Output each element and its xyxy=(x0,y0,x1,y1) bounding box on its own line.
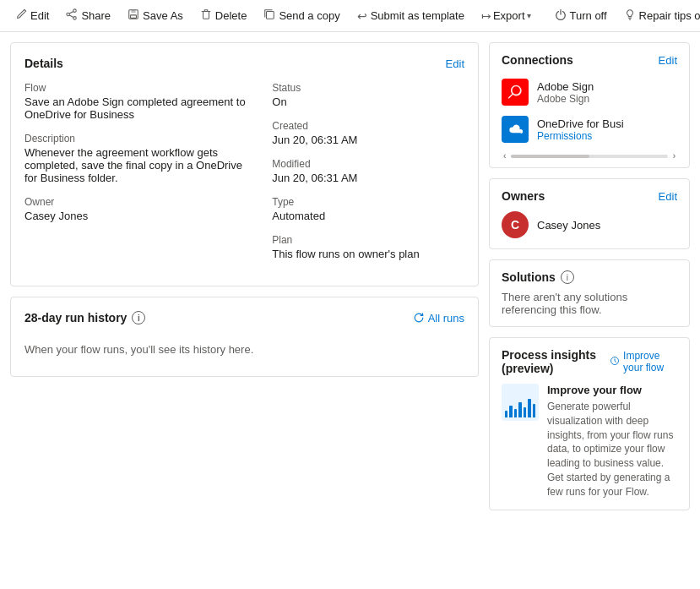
adobe-sign-sub: Adobe Sign xyxy=(537,93,677,105)
svg-rect-6 xyxy=(131,10,135,14)
owners-edit-link[interactable]: Edit xyxy=(659,190,677,203)
plan-value: This flow runs on owner's plan xyxy=(272,248,464,260)
solutions-header: Solutions i xyxy=(502,270,677,284)
modified-section: Modified Jun 20, 06:31 AM xyxy=(272,158,464,184)
repair-tips-icon xyxy=(624,8,636,23)
insights-heading: Improve your flow xyxy=(547,384,677,396)
left-column: Details Edit Flow Save an Adobe Sign com… xyxy=(10,42,479,573)
onedrive-info: OneDrive for Busi Permissions xyxy=(537,117,677,142)
details-header: Details Edit xyxy=(24,57,464,70)
plan-label: Plan xyxy=(272,234,464,246)
run-history-header: 28-day run history i All runs xyxy=(24,311,464,324)
svg-point-0 xyxy=(73,9,77,13)
chart-bar-5 xyxy=(524,407,526,417)
created-label: Created xyxy=(272,120,464,132)
svg-line-3 xyxy=(70,12,74,14)
chart-bar-6 xyxy=(528,399,530,417)
improve-flow-link[interactable]: Improve your flow xyxy=(610,350,677,374)
type-section: Type Automated xyxy=(272,196,464,222)
process-insights-card: Process insights (preview) Improve your … xyxy=(489,337,690,510)
save-as-button[interactable]: Save As xyxy=(121,5,190,26)
insights-title: Process insights (preview) xyxy=(502,348,610,375)
modified-value: Jun 20, 06:31 AM xyxy=(272,172,464,184)
chart-bar-3 xyxy=(514,409,517,417)
connections-scrollbar: ‹ › xyxy=(490,148,689,167)
details-title: Details xyxy=(24,57,63,70)
scroll-left-arrow[interactable]: ‹ xyxy=(502,151,507,161)
submit-template-button[interactable]: ↩ Submit as template xyxy=(350,6,471,26)
onedrive-name: OneDrive for Busi xyxy=(537,117,677,130)
flow-section: Flow Save an Adobe Sign completed agreem… xyxy=(24,82,255,121)
adobe-sign-name: Adobe Sign xyxy=(537,80,677,93)
run-history-title: 28-day run history i xyxy=(24,311,145,324)
flow-value: Save an Adobe Sign completed agreement t… xyxy=(24,95,255,121)
run-history-info-icon[interactable]: i xyxy=(132,311,145,324)
chart-bar-4 xyxy=(518,402,521,417)
repair-tips-button[interactable]: Repair tips off xyxy=(617,5,700,26)
solutions-card: Solutions i There aren't any solutions r… xyxy=(489,259,690,327)
flow-label: Flow xyxy=(24,82,255,94)
insights-description: Generate powerful visualization with dee… xyxy=(547,400,677,499)
delete-button[interactable]: Delete xyxy=(193,5,254,26)
scroll-thumb xyxy=(511,155,589,158)
svg-line-4 xyxy=(70,15,74,17)
adobe-sign-icon xyxy=(502,79,529,106)
description-label: Description xyxy=(24,133,255,145)
details-body: Flow Save an Adobe Sign completed agreem… xyxy=(24,82,464,272)
connection-onedrive: OneDrive for Busi Permissions xyxy=(490,111,689,148)
owners-title: Owners xyxy=(502,189,545,203)
connections-edit-link[interactable]: Edit xyxy=(659,54,677,67)
edit-button[interactable]: Edit xyxy=(8,5,56,26)
all-runs-link[interactable]: All runs xyxy=(413,312,464,324)
connections-title: Connections xyxy=(502,53,573,67)
insights-header: Process insights (preview) Improve your … xyxy=(502,348,677,375)
owner-label: Owner xyxy=(24,196,255,208)
run-history-empty: When your flow runs, you'll see its hist… xyxy=(24,336,464,363)
status-label: Status xyxy=(272,82,464,94)
scroll-right-arrow[interactable]: › xyxy=(671,151,677,161)
status-section: Status On xyxy=(272,82,464,108)
owners-card: Owners Edit C Casey Jones xyxy=(489,178,690,249)
chart-bar-2 xyxy=(509,406,512,417)
send-copy-button[interactable]: Send a copy xyxy=(257,5,346,26)
submit-template-icon: ↩ xyxy=(357,9,367,23)
details-edit-link[interactable]: Edit xyxy=(446,57,464,70)
plan-section: Plan This flow runs on owner's plan xyxy=(272,234,464,260)
improve-flow-icon xyxy=(610,356,620,368)
send-copy-icon xyxy=(263,8,275,23)
owners-header: Owners Edit xyxy=(502,189,677,203)
owner-section: Owner Casey Jones xyxy=(24,196,255,222)
export-chevron-icon: ▾ xyxy=(527,11,531,20)
export-icon: ↦ xyxy=(481,9,491,23)
owner-value: Casey Jones xyxy=(24,210,255,222)
turn-off-icon xyxy=(555,8,567,23)
insights-chart xyxy=(502,384,539,421)
onedrive-icon xyxy=(502,116,529,143)
svg-rect-8 xyxy=(203,12,209,19)
solutions-title: Solutions xyxy=(502,270,556,284)
share-icon xyxy=(66,8,78,23)
svg-rect-9 xyxy=(267,12,274,19)
owner-avatar: C xyxy=(502,211,529,238)
svg-point-1 xyxy=(73,17,77,20)
details-card: Details Edit Flow Save an Adobe Sign com… xyxy=(10,42,479,286)
run-history-card: 28-day run history i All runs When your … xyxy=(10,297,479,377)
share-button[interactable]: Share xyxy=(59,5,117,26)
export-button[interactable]: ↦ Export ▾ xyxy=(475,6,538,26)
insights-text: Improve your flow Generate powerful visu… xyxy=(547,384,677,499)
right-column: Connections Edit Adobe Sign Adobe Sign O… xyxy=(489,42,690,573)
chart-bar-7 xyxy=(533,404,535,417)
main-layout: Details Edit Flow Save an Adobe Sign com… xyxy=(0,32,700,583)
turn-off-button[interactable]: Turn off xyxy=(548,5,614,26)
refresh-icon xyxy=(413,312,425,324)
permissions-link[interactable]: Permissions xyxy=(537,130,677,142)
solutions-empty: There aren't any solutions referencing t… xyxy=(502,291,677,316)
created-value: Jun 20, 06:31 AM xyxy=(272,134,464,146)
svg-rect-7 xyxy=(131,15,137,19)
solutions-info-icon[interactable]: i xyxy=(561,270,574,284)
connections-card: Connections Edit Adobe Sign Adobe Sign O… xyxy=(489,42,690,168)
details-right: Status On Created Jun 20, 06:31 AM Modif… xyxy=(272,82,464,272)
type-label: Type xyxy=(272,196,464,208)
chart-bar-1 xyxy=(505,411,507,417)
type-value: Automated xyxy=(272,210,464,222)
